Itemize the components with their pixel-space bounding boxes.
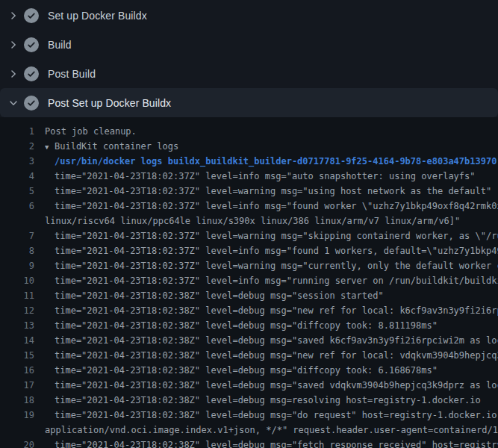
line-number[interactable]: 7 <box>0 228 34 243</box>
log-line-text: time="2021-04-23T18:02:38Z" level=debug … <box>55 378 498 393</box>
line-number[interactable]: 5 <box>0 184 34 199</box>
log-line-text: time="2021-04-23T18:02:38Z" level=debug … <box>55 303 498 318</box>
chevron-down-icon[interactable] <box>9 99 18 108</box>
log-line-text: time="2021-04-23T18:02:37Z" level=warnin… <box>55 228 498 243</box>
log-line-text: time="2021-04-23T18:02:38Z" level=debug … <box>55 408 498 423</box>
log-line: linux/riscv64 linux/ppc64le linux/s390x … <box>0 214 498 228</box>
step-label: Build <box>48 39 72 51</box>
step-row[interactable]: Post Set up Docker Buildx <box>0 88 498 117</box>
chevron-right-icon[interactable] <box>9 40 18 49</box>
log-line-text: time="2021-04-23T18:02:38Z" level=debug … <box>55 348 498 363</box>
log-line-text: application/vnd.oci.image.index.v1+json,… <box>45 423 498 438</box>
step-row[interactable]: Build <box>0 30 498 59</box>
line-number[interactable]: 12 <box>0 303 34 318</box>
log-line: 5 time="2021-04-23T18:02:37Z" level=warn… <box>0 184 498 199</box>
log-line: 6 time="2021-04-23T18:02:37Z" level=info… <box>0 199 498 214</box>
log-line-text: ▼BuildKit container logs <box>45 139 498 154</box>
line-number[interactable]: 10 <box>0 273 34 288</box>
line-number[interactable]: 4 <box>0 169 34 184</box>
log-line: 9 time="2021-04-23T18:02:37Z" level=warn… <box>0 258 498 273</box>
log-line-text: time="2021-04-23T18:02:37Z" level=info m… <box>55 199 498 214</box>
log-line: 13 time="2021-04-23T18:02:38Z" level=deb… <box>0 318 498 333</box>
chevron-right-icon[interactable] <box>9 11 18 20</box>
line-number[interactable]: 11 <box>0 288 34 303</box>
log-line: 10 time="2021-04-23T18:02:37Z" level=inf… <box>0 273 498 288</box>
line-number[interactable]: 9 <box>0 258 34 273</box>
log-line-text: time="2021-04-23T18:02:37Z" level=info m… <box>55 273 498 288</box>
check-circle-icon <box>24 37 39 52</box>
chevron-right-icon[interactable] <box>9 69 18 78</box>
check-circle-icon <box>24 8 39 23</box>
log-group-header[interactable]: 2 ▼BuildKit container logs <box>0 139 498 154</box>
log-line-text: time="2021-04-23T18:02:38Z" level=debug … <box>55 438 498 448</box>
log-line-text: /usr/bin/docker logs buildx_buildkit_bui… <box>55 154 498 169</box>
line-number[interactable]: 8 <box>0 243 34 258</box>
log-line-text: time="2021-04-23T18:02:37Z" level=info m… <box>55 169 498 184</box>
log-line: 14 time="2021-04-23T18:02:38Z" level=deb… <box>0 333 498 348</box>
log-line: 11 time="2021-04-23T18:02:38Z" level=deb… <box>0 288 498 303</box>
line-number[interactable]: 18 <box>0 393 34 408</box>
step-row[interactable]: Post Build <box>0 59 498 88</box>
log-line: 4 time="2021-04-23T18:02:37Z" level=info… <box>0 169 498 184</box>
log-line: application/vnd.oci.image.index.v1+json,… <box>0 423 498 438</box>
log-line-text: Post job cleanup. <box>45 124 498 139</box>
line-number[interactable]: 14 <box>0 333 34 348</box>
log-line: 17 time="2021-04-23T18:02:38Z" level=deb… <box>0 378 498 393</box>
line-number[interactable]: 19 <box>0 408 34 423</box>
log-line: 19 time="2021-04-23T18:02:38Z" level=deb… <box>0 408 498 423</box>
steps-list: Set up Docker Buildx Build P <box>0 0 498 117</box>
check-circle-icon <box>24 66 39 81</box>
check-circle-icon <box>24 96 39 111</box>
line-number[interactable]: 16 <box>0 363 34 378</box>
workflow-log-panel: Set up Docker Buildx Build P <box>0 0 498 448</box>
log-line-text: time="2021-04-23T18:02:38Z" level=debug … <box>55 288 498 303</box>
log-line-text: time="2021-04-23T18:02:37Z" level=warnin… <box>55 258 498 273</box>
line-number[interactable]: 1 <box>0 124 34 139</box>
log-line: 18 time="2021-04-23T18:02:38Z" level=deb… <box>0 393 498 408</box>
log-line-text: time="2021-04-23T18:02:38Z" level=debug … <box>55 363 498 378</box>
log-line: 7 time="2021-04-23T18:02:37Z" level=warn… <box>0 228 498 243</box>
log-line: 3 /usr/bin/docker logs buildx_buildkit_b… <box>0 154 498 169</box>
log-line: 16 time="2021-04-23T18:02:38Z" level=deb… <box>0 363 498 378</box>
line-number[interactable]: 20 <box>0 438 34 448</box>
line-number[interactable]: 13 <box>0 318 34 333</box>
line-number[interactable]: 15 <box>0 348 34 363</box>
log-line: 8 time="2021-04-23T18:02:37Z" level=info… <box>0 243 498 258</box>
log-line: 20 time="2021-04-23T18:02:38Z" level=deb… <box>0 438 498 448</box>
step-label: Set up Docker Buildx <box>48 10 147 22</box>
step-row[interactable]: Set up Docker Buildx <box>0 1 498 30</box>
log-line-text: time="2021-04-23T18:02:37Z" level=info m… <box>55 243 498 258</box>
line-number[interactable]: 2 <box>0 139 34 154</box>
group-toggle-icon[interactable]: ▼ <box>45 140 55 154</box>
step-label: Post Build <box>48 68 96 80</box>
line-number[interactable] <box>0 423 34 438</box>
log-line: 15 time="2021-04-23T18:02:38Z" level=deb… <box>0 348 498 363</box>
line-number[interactable] <box>0 214 34 228</box>
log-line-text: time="2021-04-23T18:02:38Z" level=debug … <box>55 318 498 333</box>
log-line-text: linux/riscv64 linux/ppc64le linux/s390x … <box>45 214 498 228</box>
log-line-text: time="2021-04-23T18:02:37Z" level=warnin… <box>55 184 498 199</box>
log-line: 1 Post job cleanup. <box>0 124 498 139</box>
log-line-text: time="2021-04-23T18:02:38Z" level=debug … <box>55 333 498 348</box>
step-label: Post Set up Docker Buildx <box>48 97 171 109</box>
line-number[interactable]: 17 <box>0 378 34 393</box>
line-number[interactable]: 6 <box>0 199 34 214</box>
line-number[interactable]: 3 <box>0 154 34 169</box>
log-viewer: 1 Post job cleanup. 2 ▼BuildKit containe… <box>0 117 498 448</box>
log-line-text: time="2021-04-23T18:02:38Z" level=debug … <box>55 393 498 408</box>
log-line: 12 time="2021-04-23T18:02:38Z" level=deb… <box>0 303 498 318</box>
